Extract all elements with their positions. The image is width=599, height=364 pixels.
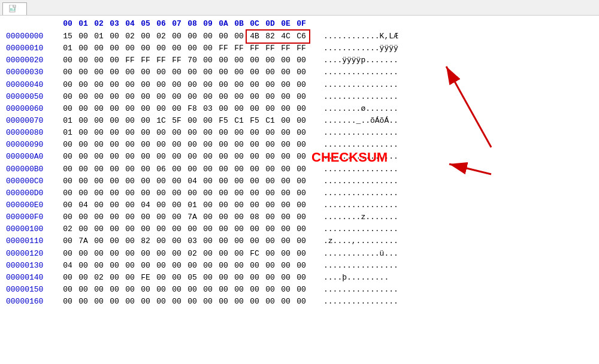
hex-cell: 00 bbox=[153, 260, 169, 272]
hex-cell: 00 bbox=[138, 248, 153, 260]
hex-cell: 00 bbox=[262, 151, 278, 163]
hex-cell: 00 bbox=[60, 272, 75, 284]
hex-cell: 00 bbox=[294, 235, 309, 247]
table-row: 000000600000000000000000F803000000000000… bbox=[6, 103, 593, 115]
hex-cell: 00 bbox=[200, 163, 216, 175]
checksum-label: CHECKSUM bbox=[311, 150, 388, 165]
offset-cell: 00000090 bbox=[6, 139, 60, 151]
hex-cell: 00 bbox=[138, 66, 153, 78]
hex-cell: 00 bbox=[75, 284, 91, 296]
hex-cell: 00 bbox=[216, 127, 231, 139]
hex-cell: FF bbox=[153, 54, 169, 66]
hex-cell: 00 bbox=[262, 284, 278, 296]
hex-cell: 00 bbox=[107, 151, 122, 163]
hex-cell: 00 bbox=[153, 79, 169, 91]
hex-cell: 00 bbox=[262, 223, 278, 235]
hex-cell: FF bbox=[247, 43, 262, 54]
hex-cells: 00000000000000000000000000000000 bbox=[60, 139, 317, 151]
hex-cell: 00 bbox=[294, 115, 309, 127]
decoded-cell: ................ bbox=[323, 66, 398, 78]
hex-cell: 00 bbox=[107, 248, 122, 260]
hex-cell: 00 bbox=[153, 91, 169, 103]
hex-cell: 00 bbox=[91, 139, 107, 151]
table-row: 0000013004000000000000000000000000000000… bbox=[6, 260, 593, 272]
hex-cell: 04 bbox=[60, 260, 75, 272]
hex-cell: 00 bbox=[278, 296, 294, 308]
decoded-cell: ....ÿÿÿÿp....... bbox=[323, 54, 398, 66]
hex-cell: 06 bbox=[153, 163, 169, 175]
hex-cell: 00 bbox=[247, 260, 262, 272]
hex-cell: 00 bbox=[184, 187, 200, 199]
table-row: 0000005000000000000000000000000000000000… bbox=[6, 91, 593, 103]
hex-cell: 00 bbox=[216, 151, 231, 163]
decoded-cell: ................ bbox=[323, 91, 398, 103]
hex-cell: 00 bbox=[91, 91, 107, 103]
hex-cell: 82 bbox=[262, 31, 278, 43]
svg-rect-1 bbox=[13, 5, 16, 7]
hex-cells: 007A0000008200000300000000000000 bbox=[60, 235, 317, 247]
hex-cell: 00 bbox=[91, 223, 107, 235]
hex-cell: 00 bbox=[216, 260, 231, 272]
hex-cell: 00 bbox=[184, 139, 200, 151]
hex-cell: 00 bbox=[107, 163, 122, 175]
hex-cell: 00 bbox=[231, 260, 247, 272]
hex-cell: 00 bbox=[247, 175, 262, 187]
hex-cell: 00 bbox=[262, 260, 278, 272]
hex-cell: 00 bbox=[122, 127, 138, 139]
hex-cell: 00 bbox=[75, 139, 91, 151]
file-tab[interactable]: BLF bbox=[2, 2, 27, 15]
hex-cell: 00 bbox=[294, 54, 309, 66]
hex-cell: 00 bbox=[262, 235, 278, 247]
hex-cell: 00 bbox=[216, 79, 231, 91]
hex-cell: 00 bbox=[153, 235, 169, 247]
hex-cell: 00 bbox=[153, 284, 169, 296]
hex-cell: 00 bbox=[231, 235, 247, 247]
hex-cell: 00 bbox=[278, 66, 294, 78]
file-icon: BLF bbox=[9, 5, 17, 13]
hex-cell: 00 bbox=[122, 272, 138, 284]
hex-cell: 00 bbox=[216, 187, 231, 199]
hex-cell: 00 bbox=[75, 31, 91, 43]
hex-cell: 00 bbox=[216, 139, 231, 151]
hex-cell: 00 bbox=[247, 163, 262, 175]
offset-cell: 00000130 bbox=[6, 260, 60, 272]
hex-cell: 00 bbox=[122, 248, 138, 260]
hex-cell: 70 bbox=[184, 54, 200, 66]
hex-cell: 00 bbox=[91, 103, 107, 115]
hex-cell: 00 bbox=[231, 272, 247, 284]
table-row: 0000003000000000000000000000000000000000… bbox=[6, 66, 593, 78]
hex-cell: 00 bbox=[247, 91, 262, 103]
hex-cell: 00 bbox=[184, 43, 200, 54]
table-row: 000000D000000000000000000000000000000000… bbox=[6, 187, 593, 199]
hex-cell: 00 bbox=[169, 235, 184, 247]
offset-cell: 00000140 bbox=[6, 272, 60, 284]
hex-cell: 00 bbox=[247, 127, 262, 139]
hex-cell: 00 bbox=[247, 139, 262, 151]
header-hex-cell: 06 bbox=[153, 19, 169, 28]
hex-cell: 00 bbox=[107, 199, 122, 211]
hex-cell: 00 bbox=[138, 211, 153, 223]
hex-cell: 00 bbox=[122, 175, 138, 187]
hex-cell: 00 bbox=[138, 115, 153, 127]
hex-cell: 00 bbox=[231, 79, 247, 91]
table-row: 0000015000000000000000000000000000000000… bbox=[6, 284, 593, 296]
hex-cell: 00 bbox=[169, 248, 184, 260]
hex-cell: 00 bbox=[247, 187, 262, 199]
hex-cells: 00000000000000000000000000000000 bbox=[60, 151, 317, 163]
hex-cell: 00 bbox=[60, 248, 75, 260]
hex-cell: 00 bbox=[122, 103, 138, 115]
hex-cell: 00 bbox=[216, 272, 231, 284]
hex-cell: 00 bbox=[122, 115, 138, 127]
hex-cell: 00 bbox=[262, 272, 278, 284]
hex-cell: 00 bbox=[294, 175, 309, 187]
hex-cell: 00 bbox=[200, 235, 216, 247]
hex-cell: 00 bbox=[294, 260, 309, 272]
hex-cell: 00 bbox=[169, 272, 184, 284]
hex-cell: 00 bbox=[169, 284, 184, 296]
hex-cell: 00 bbox=[107, 54, 122, 66]
hex-cell: 00 bbox=[153, 296, 169, 308]
hex-cell: 00 bbox=[216, 175, 231, 187]
offset-cell: 00000060 bbox=[6, 103, 60, 115]
offset-cell: 00000050 bbox=[6, 91, 60, 103]
hex-cell: 00 bbox=[231, 211, 247, 223]
